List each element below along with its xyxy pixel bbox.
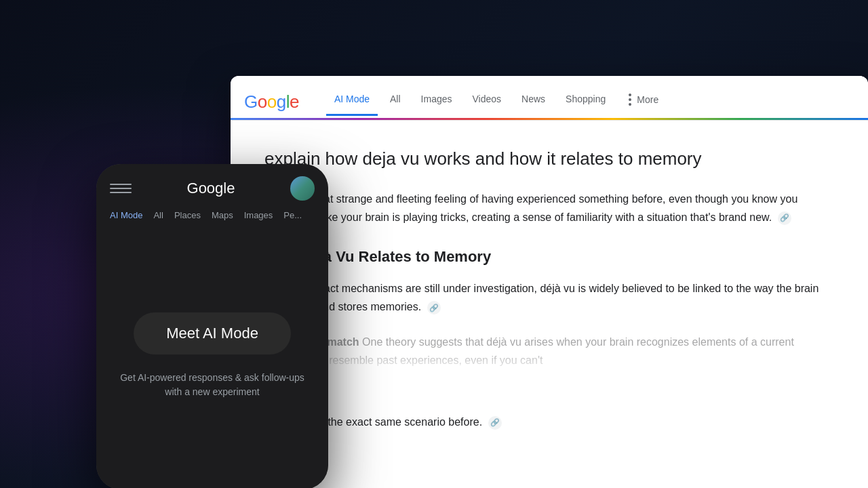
phone-description: Get AI-powered responses & ask follow-up… <box>117 371 308 399</box>
phone-tab-ai-mode[interactable]: AI Mode <box>110 210 142 220</box>
phone-tab-more[interactable]: Pe... <box>283 210 302 220</box>
nav-tabs: AI Mode All Images Videos News Shopping … <box>326 85 667 118</box>
tab-all[interactable]: All <box>382 88 409 116</box>
tab-videos[interactable]: Videos <box>465 88 510 116</box>
phone-avatar-image <box>290 176 315 201</box>
section-heading: How Déjà Vu Relates to Memory <box>264 248 834 266</box>
meet-ai-button-text: Meet AI Mode <box>166 325 258 342</box>
tab-shopping[interactable]: Shopping <box>557 88 614 116</box>
section-text: While the exact mechanisms are still und… <box>264 279 834 316</box>
phone-google-logo: Google <box>187 180 235 197</box>
tab-more[interactable]: More <box>618 85 667 118</box>
cite-icon-2[interactable]: 🔗 <box>427 301 441 314</box>
meet-ai-button[interactable]: Meet AI Mode <box>134 312 291 354</box>
rainbow-bar <box>231 118 868 120</box>
phone-content: Meet AI Mode Get AI-powered responses & … <box>96 228 328 488</box>
phone-avatar[interactable] <box>290 176 315 201</box>
memory-mismatch-text: Memory Mismatch One theory suggests that… <box>264 333 834 369</box>
cite-icon-3[interactable]: 🔗 <box>488 416 502 430</box>
phone-nav: AI Mode All Places Maps Images Pe... <box>96 207 328 228</box>
answer-intro: Déjà vu is that strange and fleeting fee… <box>264 190 834 226</box>
phone-tab-maps[interactable]: Maps <box>212 210 233 220</box>
google-logo[interactable]: Google <box>244 92 299 113</box>
phone-tab-images[interactable]: Images <box>244 210 273 220</box>
tab-news[interactable]: News <box>513 88 553 116</box>
dots-icon <box>626 91 634 108</box>
browser-nav: Google AI Mode All Images Videos News Sh… <box>231 76 868 118</box>
phone-tab-places[interactable]: Places <box>174 210 201 220</box>
search-query: explain how deja vu works and how it rel… <box>264 148 834 171</box>
bottom-text: encountered the exact same scenario befo… <box>264 413 834 431</box>
phone-screen: Google AI Mode All Places Maps Images Pe… <box>96 164 328 488</box>
phone-menu-icon[interactable] <box>110 178 132 199</box>
tab-ai-mode[interactable]: AI Mode <box>326 88 378 116</box>
tab-images[interactable]: Images <box>413 88 460 116</box>
mobile-phone: Google AI Mode All Places Maps Images Pe… <box>96 164 328 488</box>
phone-tab-all[interactable]: All <box>153 210 163 220</box>
browser-header: Google AI Mode All Images Videos News Sh… <box>231 76 868 121</box>
cite-icon-1[interactable]: 🔗 <box>778 211 791 225</box>
phone-header: Google <box>96 164 328 207</box>
